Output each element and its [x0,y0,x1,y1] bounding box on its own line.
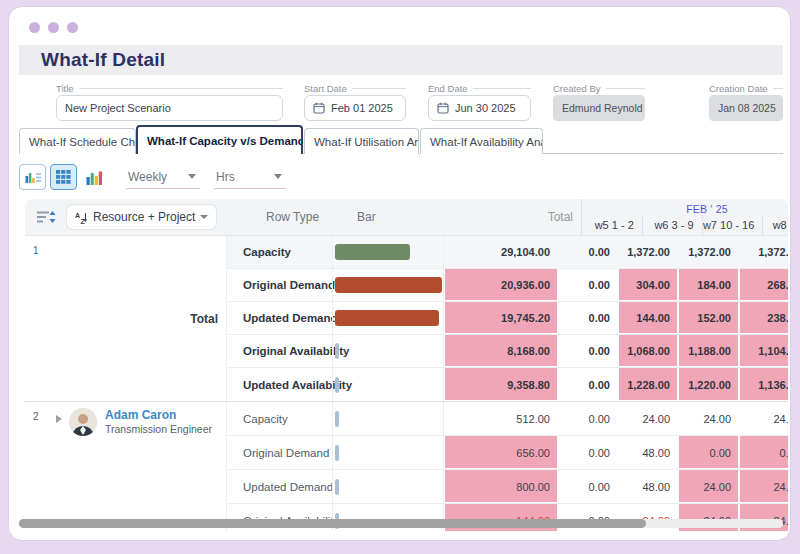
value-cell: 0.00 [558,368,618,401]
value-bar [335,445,339,461]
scrollbar-thumb[interactable] [19,519,646,528]
resource-cell: 2Adam CaronTransmission Engineer [25,402,226,531]
grid-row: Updated Demand800.000.0048.0024.0024.00 [227,470,788,504]
calendar-icon [313,102,325,114]
bar-cell [332,402,444,435]
value-cell: 656.00 [444,436,558,469]
end-date-label: End Date [428,83,468,94]
bar-cell [332,269,444,301]
value-bar [335,479,339,495]
resource-cell: 1Total [25,236,226,401]
group-by-label: Resource + Project [93,210,195,224]
capacity-demand-grid: AZ Resource + Project Row Type Bar Total… [25,199,788,531]
grid-row: Updated Availability9,358.800.001,228.00… [227,368,788,401]
column-header-week7: w7 10 - 16 [702,215,763,236]
resource-name: Total [190,312,218,326]
end-date-field-group: End Date Jun 30 2025 [428,83,531,121]
view-toolbar: Weekly Hrs [19,163,286,191]
value-cell: 304.00 [618,269,678,301]
value-cell: 0.00 [558,470,618,503]
creation-date-label: Creation Date [709,83,768,94]
period-select[interactable]: Weekly [126,165,200,189]
window-control-dot [67,22,78,33]
value-bar [335,277,442,293]
app-window: What-If Detail Title New Project Scenari… [8,6,791,541]
value-cell: 24.00 [678,470,739,503]
grid-row: Original Demand20,936.000.00304.00184.00… [227,269,788,302]
start-date-label: Start Date [304,83,347,94]
value-bar [335,343,339,359]
bar-chart-view-button[interactable] [81,164,108,190]
value-cell: 24.00 [678,402,739,435]
value-cell: 24.00 [739,402,788,435]
avatar [69,408,97,436]
calendar-icon [437,102,449,114]
value-cell: 0.00 [558,236,618,268]
chart-list-view-button[interactable] [19,164,46,190]
row-type-label: Capacity [227,236,332,268]
window-control-dot [48,22,59,33]
start-date-input[interactable]: Feb 01 2025 [304,95,406,121]
tab-capacity-vs-demand[interactable]: What-If Capacity v/s Demand Analysis [136,125,303,154]
value-bar [335,310,439,326]
value-cell: 19,745.20 [444,302,558,334]
row-type-label: Original Demand [227,436,332,469]
group-by-button[interactable]: AZ Resource + Project [67,205,216,229]
value-cell: 238.00 [739,302,788,334]
bar-cell [332,236,444,268]
value-cell: 0.00 [558,302,618,334]
tab-availability-analysis[interactable]: What-If Availability Analysis [420,128,543,154]
value-cell: 0.00 [558,436,618,469]
chart-list-icon [25,170,41,184]
row-type-label: Updated Availability [227,368,332,401]
title-input[interactable]: New Project Scenario [56,95,283,121]
unit-select[interactable]: Hrs [214,165,286,189]
column-header-week5: w5 1 - 2 [582,215,642,236]
value-bar [335,411,339,427]
value-cell: 29,104.00 [444,236,558,268]
sort-order-icon[interactable] [35,209,57,225]
expand-row-icon[interactable] [56,415,62,423]
grid-row: Capacity512.000.0024.0024.0024.00 [227,402,788,436]
tab-utilisation-analysis[interactable]: What-If Utilisation Analysis [304,128,419,154]
value-cell: 24.00 [618,402,678,435]
value-cell: 1,104.00 [739,335,788,367]
value-cell: 800.00 [444,470,558,503]
value-cell: 1,220.00 [678,368,739,401]
tab-schedule-chart[interactable]: What-If Schedule Chart [19,128,136,154]
creation-date-input: Jan 08 2025 [709,95,783,121]
column-header-bar: Bar [357,199,376,236]
value-cell: 20,936.00 [444,269,558,301]
row-type-label: Updated Demand [227,302,332,334]
value-bar [335,244,410,260]
bar-cell [332,368,444,401]
horizontal-scrollbar[interactable] [19,519,783,528]
resource-row-group: 1TotalCapacity29,104.000.001,372.001,372… [25,236,788,402]
resource-name-link[interactable]: Adam Caron [105,408,176,422]
title-field-label: Title [56,83,74,94]
grid-body: 1TotalCapacity29,104.000.001,372.001,372… [25,236,788,531]
grid-row: Original Availability8,168.000.001,068.0… [227,335,788,368]
value-cell: 0.00 [558,269,618,301]
value-cell: 1,068.00 [618,335,678,367]
grid-icon [56,170,71,184]
row-type-label: Capacity [227,402,332,435]
window-controls [29,22,78,33]
value-cell: 184.00 [678,269,739,301]
end-date-input[interactable]: Jun 30 2025 [428,95,531,121]
value-cell: 0.00 [558,402,618,435]
chevron-down-icon [188,174,196,179]
value-cell: 0.00 [739,436,788,469]
row-number: 1 [33,245,39,256]
value-bar [335,377,339,393]
resource-row-group: 2Adam CaronTransmission EngineerCapacity… [25,402,788,531]
value-cell: 0.00 [678,436,739,469]
grid-view-button[interactable] [50,164,77,190]
chevron-down-icon [200,215,208,219]
value-cell: 0.00 [558,335,618,367]
created-by-label: Created By [553,83,601,94]
bar-cell [332,335,444,367]
column-header-row-type: Row Type [266,199,319,236]
window-control-dot [29,22,40,33]
created-by-input: Edmund Reynold [553,95,645,121]
